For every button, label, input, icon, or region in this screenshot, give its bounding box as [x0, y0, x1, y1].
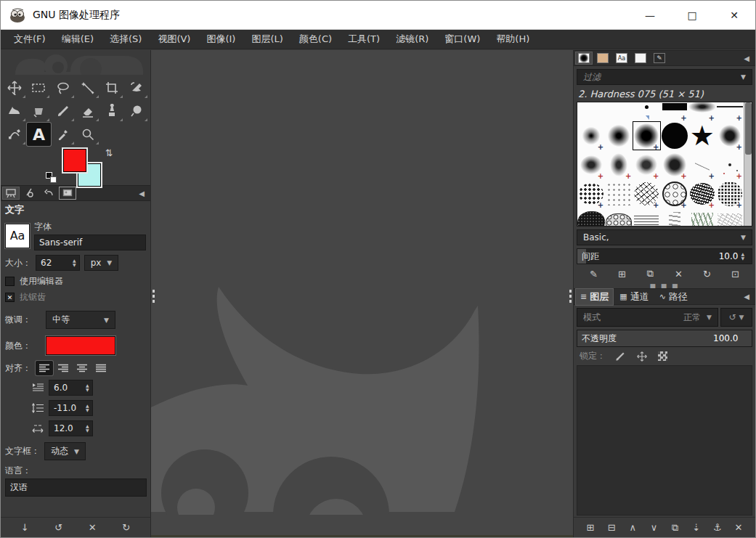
- tab-device-status[interactable]: [21, 187, 38, 200]
- brush-spacing-slider[interactable]: 间距 10.0 ▲▼: [577, 248, 752, 264]
- swap-colors-icon[interactable]: ⇄: [104, 149, 115, 157]
- brush-group-combo[interactable]: Basic, ▼: [577, 229, 752, 245]
- dock-resize-handle-left[interactable]: [152, 290, 155, 306]
- zoom-tool[interactable]: [76, 123, 100, 146]
- opacity-slider[interactable]: 不透明度 100.0 ▲▼: [577, 330, 752, 347]
- delete-layer-button[interactable]: ✕: [729, 522, 748, 533]
- size-spinner[interactable]: ▲▼: [70, 258, 79, 267]
- align-left-button[interactable]: [36, 361, 53, 375]
- brush-dark-pebble[interactable]: +: [577, 208, 605, 227]
- brush-pine-needles[interactable]: +: [688, 208, 716, 227]
- indent-value[interactable]: 6.0: [49, 380, 83, 395]
- brush-sketch-animal[interactable]: +: [716, 208, 744, 227]
- antialias-checkbox[interactable]: ✕: [5, 293, 15, 302]
- brush-chalk[interactable]: +: [716, 121, 744, 150]
- brush-scribble[interactable]: +: [633, 208, 660, 227]
- menu-select[interactable]: 选择(S): [102, 30, 149, 49]
- brush-acrylic-3[interactable]: +: [633, 150, 660, 179]
- paintbrush-tool[interactable]: [51, 99, 76, 123]
- size-unit-select[interactable]: px ▼: [84, 255, 119, 271]
- text-tool[interactable]: A: [27, 123, 52, 146]
- brush-pebbles[interactable]: +: [605, 208, 633, 227]
- brush-spatter-dots[interactable]: +: [577, 179, 605, 208]
- tab-layers[interactable]: ≡ 图层: [575, 288, 614, 306]
- letter-spacing-value[interactable]: 12.0: [49, 421, 83, 436]
- brush-hardness-100[interactable]: [661, 121, 688, 150]
- maximize-button[interactable]: □: [671, 1, 713, 29]
- menu-colors[interactable]: 颜色(C): [292, 30, 339, 49]
- tab-images[interactable]: [59, 187, 76, 200]
- tab-brushes[interactable]: [575, 52, 593, 65]
- brush-soft-ellipse[interactable]: +: [688, 102, 716, 121]
- tab-tool-options[interactable]: [2, 187, 20, 200]
- unified-transform-tool[interactable]: [124, 76, 149, 99]
- fuzzy-select-tool[interactable]: [76, 76, 100, 99]
- brush-acrylic-1[interactable]: +: [577, 150, 605, 179]
- save-preset-button[interactable]: ↓: [15, 522, 34, 533]
- lower-layer-button[interactable]: ∨: [644, 522, 663, 533]
- bucket-fill-tool[interactable]: [2, 99, 27, 123]
- opacity-value[interactable]: 100.0: [713, 333, 738, 343]
- menu-image[interactable]: 图像(I): [199, 30, 243, 49]
- text-color-button[interactable]: [46, 336, 115, 355]
- brush-vine[interactable]: +: [633, 179, 660, 208]
- tab-document-history[interactable]: [632, 52, 649, 65]
- menu-edit[interactable]: 编辑(E): [54, 30, 101, 49]
- menu-filters[interactable]: 滤镜(R): [389, 30, 436, 49]
- layer-mode-select[interactable]: 模式 正常 ▼: [577, 308, 718, 327]
- duplicate-layer-button[interactable]: ⧉: [666, 522, 685, 534]
- text-box-select[interactable]: 动态 ▼: [44, 442, 86, 460]
- font-preview-button[interactable]: Aa: [5, 224, 30, 248]
- brush-block-bar[interactable]: +: [661, 102, 688, 121]
- tool-options-tab-menu[interactable]: ◀: [134, 189, 149, 197]
- brush-honeycomb[interactable]: +: [661, 179, 688, 208]
- lock-alpha-icon[interactable]: [658, 351, 667, 361]
- menu-layer[interactable]: 图层(L): [244, 30, 290, 49]
- paths-tool[interactable]: [2, 123, 27, 146]
- clone-tool[interactable]: [100, 99, 125, 123]
- tab-tool-presets[interactable]: ✎: [651, 52, 668, 65]
- delete-preset-button[interactable]: ✕: [83, 522, 102, 533]
- brush-filter-combo[interactable]: 过滤 ▼: [577, 69, 752, 85]
- foreground-color-swatch[interactable]: [63, 149, 86, 172]
- align-justify-button[interactable]: [92, 361, 110, 375]
- layers-list[interactable]: [577, 365, 752, 515]
- align-center-button[interactable]: [73, 361, 91, 375]
- tab-channels[interactable]: ▦ 通道: [615, 289, 653, 305]
- free-select-tool[interactable]: [51, 76, 76, 99]
- close-button[interactable]: ✕: [713, 1, 755, 29]
- brush-acrylic-4[interactable]: +: [661, 150, 688, 179]
- brush-acrylic-2[interactable]: +: [605, 150, 633, 179]
- menu-file[interactable]: 文件(F): [7, 30, 53, 49]
- size-spinbox[interactable]: 62 ▲▼: [36, 255, 80, 271]
- reset-options-button[interactable]: ↻: [117, 522, 136, 533]
- spacing-spinner[interactable]: ▲▼: [738, 252, 747, 261]
- menu-windows[interactable]: 窗口(W): [437, 30, 487, 49]
- minimize-button[interactable]: —: [629, 1, 671, 29]
- brush-texture-dense[interactable]: +: [688, 179, 716, 208]
- refresh-brushes-button[interactable]: ↻: [698, 269, 717, 280]
- anchor-layer-button[interactable]: ⚓: [708, 522, 727, 533]
- brush-pepper[interactable]: +: [716, 179, 744, 208]
- open-brush-as-image-button[interactable]: ⊡: [726, 269, 745, 280]
- new-layer-button[interactable]: ⊞: [581, 522, 600, 533]
- scrollbar-thumb[interactable]: [745, 102, 752, 155]
- move-tool[interactable]: [2, 76, 27, 99]
- merge-down-button[interactable]: ⇣: [687, 522, 706, 533]
- lock-pixels-icon[interactable]: [614, 351, 626, 362]
- brush-strokes[interactable]: +: [661, 208, 688, 227]
- tab-fonts[interactable]: Aa: [613, 52, 630, 65]
- canvas-area[interactable]: [151, 50, 573, 537]
- color-picker-tool[interactable]: [51, 123, 76, 146]
- brush-thin-line[interactable]: +: [716, 102, 744, 121]
- brush-dots-grid[interactable]: [605, 179, 633, 208]
- tab-paths[interactable]: ∿ 路径: [655, 289, 692, 305]
- letter-spacing-spinbox[interactable]: 12.0 ▲▼: [49, 420, 93, 436]
- brush-scrollbar[interactable]: [744, 102, 752, 226]
- brush-blank-1[interactable]: [577, 102, 605, 121]
- delete-brush-button[interactable]: ✕: [670, 269, 688, 280]
- layers-tab-menu[interactable]: ◀: [739, 293, 754, 301]
- new-layer-group-button[interactable]: ⊟: [602, 522, 621, 533]
- brush-bristle-mark[interactable]: +: [688, 150, 716, 179]
- brushes-tab-menu[interactable]: ◀: [739, 54, 754, 62]
